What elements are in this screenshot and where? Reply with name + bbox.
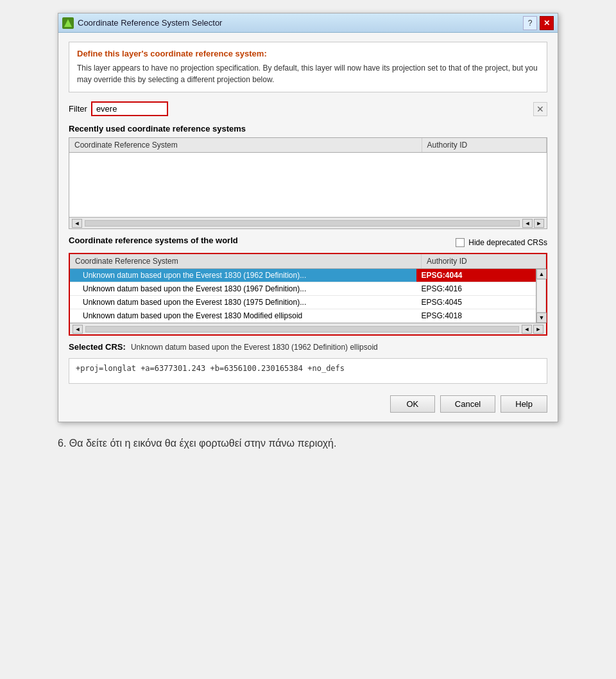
svg-marker-0 [64,19,72,27]
world-crs-table-header: Coordinate Reference System Authority ID [70,254,546,269]
table-row[interactable]: Unknown datum based upon the Everest 183… [70,282,536,296]
recently-used-scrollbar-track[interactable] [85,220,520,227]
auth-cell-2: EPSG:4045 [416,296,536,309]
help-button[interactable]: Help [501,395,547,413]
recently-used-table: Coordinate Reference System Authority ID… [69,137,547,229]
world-crs-scroll-right[interactable]: ► [533,325,543,334]
info-title: Define this layer's coordinate reference… [77,49,539,58]
world-crs-side-scrollbar: ▲ ▼ [536,269,546,323]
crs-cell-0: Unknown datum based upon the Everest 183… [70,269,416,282]
world-crs-table: Coordinate Reference System Authority ID… [69,253,547,336]
recently-used-scrollbar: ◄ ◄ ► [69,217,547,228]
crs-cell-3: Unknown datum based upon the Everest 183… [70,309,416,322]
recently-used-scroll-left2[interactable]: ◄ [522,219,533,228]
title-bar: Coordinate Reference System Selector ? ✕ [58,13,558,33]
world-crs-bottom-scrollbar: ◄ ◄ ► [70,323,546,334]
recently-used-table-body [69,153,547,217]
table-row[interactable]: Unknown datum based upon the Everest 183… [70,296,536,309]
recently-used-table-header: Coordinate Reference System Authority ID [69,138,547,153]
crs-selector-dialog: Coordinate Reference System Selector ? ✕… [58,13,558,422]
selected-crs-row: Selected CRS: Unknown datum based upon t… [69,342,547,352]
world-crs-scroll-left2[interactable]: ◄ [522,325,532,334]
filter-label: Filter [69,104,87,114]
ok-button[interactable]: OK [390,395,435,413]
world-crs-scroll-container: Unknown datum based upon the Everest 183… [70,269,546,323]
window-title: Coordinate Reference System Selector [78,18,222,28]
auth-cell-0: EPSG:4044 [416,269,536,282]
auth-cell-1: EPSG:4016 [416,282,536,295]
world-crs-scroll-arrows: ◄ ► [522,325,543,334]
recently-used-scroll-arrows: ◄ ► [522,219,544,228]
auth-cell-3: EPSG:4018 [416,309,536,322]
recently-used-scroll-left[interactable]: ◄ [72,219,82,228]
recently-used-crs-header: Coordinate Reference System [69,138,422,152]
filter-clear-button[interactable]: ✕ [533,102,547,116]
recently-used-scroll-right[interactable]: ► [534,219,544,228]
window-body: Define this layer's coordinate reference… [58,33,558,422]
filter-input[interactable] [91,101,168,116]
table-row[interactable]: Unknown datum based upon the Everest 183… [70,309,536,323]
button-row: OK Cancel Help [69,393,547,413]
proj-string-box: +proj=longlat +a=6377301.243 +b=6356100.… [69,358,547,384]
close-button[interactable]: ✕ [540,16,554,30]
table-row[interactable]: Unknown datum based upon the Everest 183… [70,269,536,282]
crs-cell-1: Unknown datum based upon the Everest 183… [70,282,416,295]
selected-crs-value: Unknown datum based upon the Everest 183… [131,343,378,352]
cancel-button[interactable]: Cancel [440,395,495,413]
app-icon [62,17,74,29]
world-crs-table-body: Unknown datum based upon the Everest 183… [70,269,536,323]
world-crs-scroll-up[interactable]: ▲ [536,269,547,279]
world-crs-title: Coordinate reference systems of the worl… [69,236,238,245]
help-button[interactable]: ? [523,16,537,30]
hide-deprecated-row: Hide deprecated CRSs [456,238,547,247]
world-crs-scroll-track[interactable] [536,279,546,313]
crs-cell-2: Unknown datum based upon the Everest 183… [70,296,416,309]
hide-deprecated-label: Hide deprecated CRSs [468,238,547,247]
world-crs-header-auth: Authority ID [422,254,546,268]
world-crs-scroll-left[interactable]: ◄ [73,325,83,334]
recently-used-title: Recently used coordinate reference syste… [69,124,547,133]
hide-deprecated-checkbox[interactable] [456,238,465,247]
world-crs-scrollbar-track[interactable] [85,326,519,332]
title-bar-right: ? ✕ [523,16,554,30]
world-crs-scroll-down[interactable]: ▼ [536,313,547,323]
recently-used-auth-header: Authority ID [422,138,547,152]
title-bar-left: Coordinate Reference System Selector [62,17,222,29]
caption-text: 6. Θα δείτε ότι η εικόνα θα έχει φορτωθε… [58,438,558,449]
info-box: Define this layer's coordinate reference… [69,42,547,92]
world-crs-header: Coordinate reference systems of the worl… [69,236,547,249]
info-description: This layer appears to have no projection… [77,62,539,85]
selected-crs-label: Selected CRS: [69,342,126,352]
filter-row: Filter ✕ [69,101,547,116]
world-crs-header-crs: Coordinate Reference System [70,254,422,268]
